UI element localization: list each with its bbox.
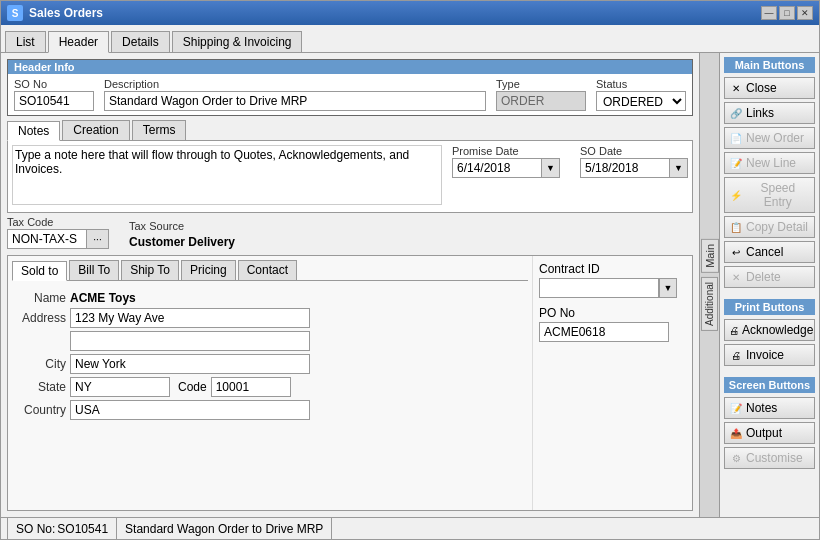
so-no-label: SO No (14, 78, 94, 90)
status-so-item: SO No: SO10541 (7, 518, 117, 539)
contract-id-label: Contract ID (539, 262, 686, 276)
status-so-label: SO No: (16, 522, 55, 536)
city-label: City (16, 357, 66, 371)
status-description-item: Standard Wagon Order to Drive MRP (117, 518, 332, 539)
copy-detail-icon: 📋 (729, 220, 743, 234)
header-info-label: Header Info (8, 60, 692, 74)
promise-date-label: Promise Date (452, 145, 560, 157)
output-icon: 📤 (729, 426, 743, 440)
separator2 (724, 369, 815, 375)
new-line-button[interactable]: 📝 New Line (724, 152, 815, 174)
tab-contact[interactable]: Contact (238, 260, 297, 280)
links-button[interactable]: 🔗 Links (724, 102, 815, 124)
tax-code-dots-button[interactable]: ··· (87, 229, 109, 249)
right-panel: Main Buttons ✕ Close 🔗 Links 📄 New Order… (719, 53, 819, 517)
state-label: State (16, 380, 66, 394)
po-no-input[interactable] (539, 322, 669, 342)
so-no-input[interactable] (14, 91, 94, 111)
close-button[interactable]: ✕ Close (724, 77, 815, 99)
status-bar: SO No: SO10541 Standard Wagon Order to D… (1, 517, 819, 539)
cancel-button[interactable]: ↩ Cancel (724, 241, 815, 263)
minimize-button[interactable]: — (761, 6, 777, 20)
tab-ship-to[interactable]: Ship To (121, 260, 179, 280)
description-input[interactable] (104, 91, 486, 111)
promise-date-input[interactable] (452, 158, 542, 178)
country-label: Country (16, 403, 66, 417)
dates-row: Promise Date ▼ SO Date ▼ (452, 145, 688, 178)
country-row: Country (16, 400, 524, 420)
dates-area: Promise Date ▼ SO Date ▼ (452, 145, 688, 208)
new-order-icon: 📄 (729, 131, 743, 145)
code-label: Code (178, 380, 207, 394)
notes-button[interactable]: 📝 Notes (724, 397, 815, 419)
status-description-value: Standard Wagon Order to Drive MRP (125, 522, 323, 536)
new-line-icon: 📝 (729, 156, 743, 170)
invoice-icon: 🖨 (729, 348, 743, 362)
output-button[interactable]: 📤 Output (724, 422, 815, 444)
print-buttons-label: Print Buttons (724, 299, 815, 315)
contract-input-wrapper: ▼ (539, 278, 686, 298)
status-select[interactable]: ORDERED (596, 91, 686, 111)
header-info-fields: SO No Description Type Status (8, 74, 692, 115)
main-window: S Sales Orders — □ ✕ List Header Details… (0, 0, 820, 540)
delete-icon: ✕ (729, 270, 743, 284)
promise-date-dropdown[interactable]: ▼ (542, 158, 560, 178)
tab-sold-to[interactable]: Sold to (12, 261, 67, 281)
tab-list[interactable]: List (5, 31, 46, 52)
name-row: Name ACME Toys (16, 291, 524, 305)
tax-source-group: Tax Source Customer Delivery (129, 219, 235, 249)
notes-icon: 📝 (729, 401, 743, 415)
tab-creation[interactable]: Creation (62, 120, 129, 140)
contract-id-input[interactable] (539, 278, 659, 298)
tab-shipping[interactable]: Shipping & Invoicing (172, 31, 303, 52)
status-group: Status ORDERED (596, 78, 686, 111)
speed-entry-button[interactable]: ⚡ Speed Entry (724, 177, 815, 213)
sold-to-section: Sold to Bill To Ship To Pricing Contact … (7, 255, 693, 511)
notes-textarea[interactable]: Type a note here that will flow through … (12, 145, 442, 205)
status-so-value: SO10541 (57, 522, 108, 536)
header-info-box: Header Info SO No Description Type (7, 59, 693, 116)
contract-dropdown-button[interactable]: ▼ (659, 278, 677, 298)
address-row: Address (16, 308, 524, 328)
delete-button[interactable]: ✕ Delete (724, 266, 815, 288)
tab-notes[interactable]: Notes (7, 121, 60, 141)
customise-button[interactable]: ⚙ Customise (724, 447, 815, 469)
tab-terms[interactable]: Terms (132, 120, 187, 140)
address2-input[interactable] (70, 331, 310, 351)
tab-details[interactable]: Details (111, 31, 170, 52)
so-date-label: SO Date (580, 145, 688, 157)
tax-source-value: Customer Delivery (129, 235, 235, 249)
sold-to-left: Sold to Bill To Ship To Pricing Contact … (8, 256, 532, 510)
maximize-button[interactable]: □ (779, 6, 795, 20)
so-date-dropdown[interactable]: ▼ (670, 158, 688, 178)
tax-code-input[interactable] (7, 229, 87, 249)
address-label: Address (16, 311, 66, 325)
tab-bill-to[interactable]: Bill To (69, 260, 119, 280)
invoice-button[interactable]: 🖨 Invoice (724, 344, 815, 366)
sold-to-right: Contract ID ▼ PO No (532, 256, 692, 510)
address-input[interactable] (70, 308, 310, 328)
state-input[interactable] (70, 377, 170, 397)
additional-side-label[interactable]: Additional (701, 277, 718, 331)
city-input[interactable] (70, 354, 310, 374)
promise-date-group: Promise Date ▼ (452, 145, 560, 178)
app-icon: S (7, 5, 23, 21)
tab-pricing[interactable]: Pricing (181, 260, 236, 280)
code-input[interactable] (211, 377, 291, 397)
copy-detail-button[interactable]: 📋 Copy Detail (724, 216, 815, 238)
acknowledge-button[interactable]: 🖨 Acknowledge (724, 319, 815, 341)
tab-header[interactable]: Header (48, 31, 109, 53)
type-group: Type (496, 78, 586, 111)
menu-tabs: List Header Details Shipping & Invoicing (1, 25, 819, 53)
new-order-button[interactable]: 📄 New Order (724, 127, 815, 149)
so-date-input[interactable] (580, 158, 670, 178)
separator1 (724, 291, 815, 297)
tax-code-wrapper: ··· (7, 229, 109, 249)
tax-source-label: Tax Source (129, 220, 184, 232)
screen-buttons-label: Screen Buttons (724, 377, 815, 393)
close-icon: ✕ (729, 81, 743, 95)
tax-row: Tax Code ··· Tax Source Customer Deliver… (1, 213, 699, 255)
close-window-button[interactable]: ✕ (797, 6, 813, 20)
country-input[interactable] (70, 400, 310, 420)
main-side-label[interactable]: Main (701, 239, 719, 273)
